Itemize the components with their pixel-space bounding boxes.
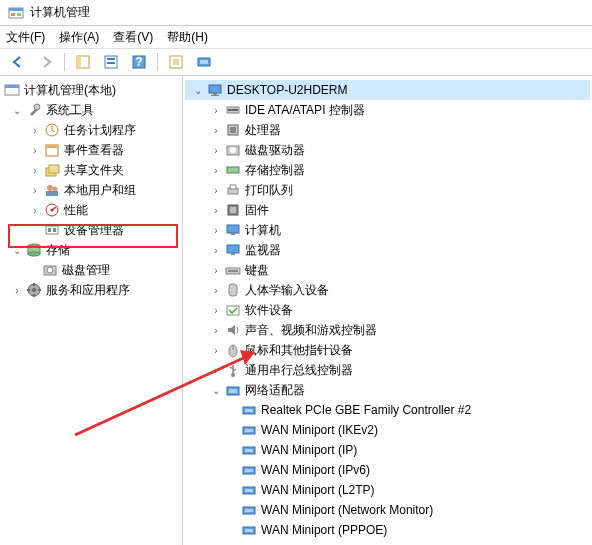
tree-item-event[interactable]: ›事件查看器 (2, 140, 180, 160)
category-item[interactable]: ›计算机 (185, 220, 590, 240)
forward-button[interactable] (34, 51, 58, 73)
menu-file[interactable]: 文件(F) (6, 29, 45, 46)
tree-item-perf[interactable]: ›性能 (2, 200, 180, 220)
tree-item-users[interactable]: ›本地用户和组 (2, 180, 180, 200)
show-hide-button[interactable] (71, 51, 95, 73)
svg-rect-8 (107, 62, 115, 64)
chevron-right-icon[interactable]: › (209, 363, 223, 377)
tree-item-device[interactable]: 设备管理器 (2, 220, 180, 240)
usb-icon (225, 362, 241, 378)
toolbar: ? (0, 48, 592, 76)
tree-item-clock[interactable]: ›任务计划程序 (2, 120, 180, 140)
svg-point-35 (47, 267, 53, 273)
category-item[interactable]: ›人体学输入设备 (185, 280, 590, 300)
net-adapter-icon (241, 482, 257, 498)
svg-rect-57 (228, 270, 238, 272)
network-adapter-item[interactable]: WAN Miniport (IP) (185, 440, 590, 460)
chevron-right-icon[interactable]: › (209, 263, 223, 277)
chevron-right-icon[interactable]: › (209, 343, 223, 357)
menu-view[interactable]: 查看(V) (113, 29, 153, 46)
tree-root-computer-mgmt[interactable]: 计算机管理(本地) (2, 80, 180, 100)
svg-rect-42 (228, 109, 238, 111)
category-item[interactable]: ›声音、视频和游戏控制器 (185, 320, 590, 340)
properties-button[interactable] (99, 51, 123, 73)
mmc-icon (4, 82, 20, 98)
scan-button[interactable] (164, 51, 188, 73)
category-item[interactable]: ›IDE ATA/ATAPI 控制器 (185, 100, 590, 120)
chevron-right-icon[interactable]: › (209, 183, 223, 197)
storage-ctrl-icon (225, 162, 241, 178)
chevron-down-icon[interactable]: ⌄ (191, 83, 205, 97)
category-item[interactable]: ›通用串行总线控制器 (185, 360, 590, 380)
network-adapter-item[interactable]: WAN Miniport (IPv6) (185, 460, 590, 480)
chevron-right-icon[interactable]: › (10, 283, 24, 297)
chevron-right-icon[interactable]: › (28, 203, 42, 217)
mouse-icon (225, 342, 241, 358)
svg-rect-22 (49, 165, 59, 173)
chevron-right-icon[interactable]: › (28, 143, 42, 157)
network-adapter-item[interactable]: WAN Miniport (L2TP) (185, 480, 590, 500)
chevron-right-icon[interactable]: › (209, 143, 223, 157)
menu-help[interactable]: 帮助(H) (167, 29, 208, 46)
chevron-right-icon[interactable]: › (209, 123, 223, 137)
svg-rect-52 (227, 225, 239, 233)
category-label: 监视器 (243, 242, 281, 259)
category-item[interactable]: ›软件设备 (185, 300, 590, 320)
network-adapter-item[interactable]: WAN Miniport (Network Monitor) (185, 500, 590, 520)
category-item[interactable]: ›存储控制器 (185, 160, 590, 180)
category-item[interactable]: ›处理器 (185, 120, 590, 140)
back-button[interactable] (6, 51, 30, 73)
svg-rect-7 (107, 58, 115, 60)
tree-services-apps[interactable]: › 服务和应用程序 (2, 280, 180, 300)
tree-item-label: 任务计划程序 (62, 122, 136, 139)
devices-button[interactable] (192, 51, 216, 73)
chevron-down-icon[interactable]: ⌄ (10, 243, 24, 257)
chevron-right-icon[interactable]: › (28, 183, 42, 197)
chevron-down-icon[interactable]: ⌄ (10, 103, 24, 117)
help-button[interactable]: ? (127, 51, 151, 73)
chevron-right-icon[interactable] (28, 223, 42, 237)
network-adapter-item[interactable]: Realtek PCIe GBE Family Controller #2 (185, 400, 590, 420)
monitor-icon (225, 242, 241, 258)
category-label: 磁盘驱动器 (243, 142, 305, 159)
adapter-label: WAN Miniport (PPPOE) (259, 523, 387, 537)
chevron-right-icon[interactable]: › (209, 103, 223, 117)
device-root[interactable]: ⌄ DESKTOP-U2HDERM (185, 80, 590, 100)
hid-icon (225, 282, 241, 298)
category-label: 通用串行总线控制器 (243, 362, 353, 379)
svg-rect-14 (200, 60, 208, 64)
left-tree-pane: 计算机管理(本地) ⌄ 系统工具 ›任务计划程序›事件查看器›共享文件夹›本地用… (0, 76, 183, 545)
chevron-right-icon[interactable]: › (209, 223, 223, 237)
chevron-right-icon[interactable]: › (209, 163, 223, 177)
menu-action[interactable]: 操作(A) (59, 29, 99, 46)
chevron-right-icon[interactable]: › (209, 303, 223, 317)
tree-item-disk-mgmt[interactable]: 磁盘管理 (2, 260, 180, 280)
svg-point-37 (32, 288, 36, 292)
category-label: 鼠标和其他指针设备 (243, 342, 353, 359)
chevron-right-icon[interactable]: › (209, 243, 223, 257)
category-item[interactable]: ›监视器 (185, 240, 590, 260)
category-item[interactable]: ›鼠标和其他指针设备 (185, 340, 590, 360)
category-item[interactable]: ›键盘 (185, 260, 590, 280)
network-adapter-item[interactable]: WAN Miniport (PPPOE) (185, 520, 590, 540)
category-label: 固件 (243, 202, 269, 219)
chevron-right-icon[interactable]: › (209, 283, 223, 297)
tree-item-share[interactable]: ›共享文件夹 (2, 160, 180, 180)
category-item[interactable]: ›磁盘驱动器 (185, 140, 590, 160)
tree-storage[interactable]: ⌄ 存储 (2, 240, 180, 260)
svg-text:?: ? (135, 55, 142, 69)
chevron-down-icon[interactable]: ⌄ (209, 383, 223, 397)
chevron-right-icon[interactable]: › (28, 163, 42, 177)
chevron-right-icon[interactable]: › (209, 203, 223, 217)
network-adapter-item[interactable]: WAN Miniport (IKEv2) (185, 420, 590, 440)
category-item[interactable]: ›打印队列 (185, 180, 590, 200)
chevron-right-icon[interactable]: › (28, 123, 42, 137)
disk-icon (42, 262, 58, 278)
category-label: IDE ATA/ATAPI 控制器 (243, 102, 365, 119)
category-item[interactable]: ›固件 (185, 200, 590, 220)
category-network-adapters[interactable]: ⌄ 网络适配器 (185, 380, 590, 400)
chevron-right-icon[interactable]: › (209, 323, 223, 337)
tree-system-tools[interactable]: ⌄ 系统工具 (2, 100, 180, 120)
net-adapter-icon (241, 422, 257, 438)
wrench-icon (26, 102, 42, 118)
